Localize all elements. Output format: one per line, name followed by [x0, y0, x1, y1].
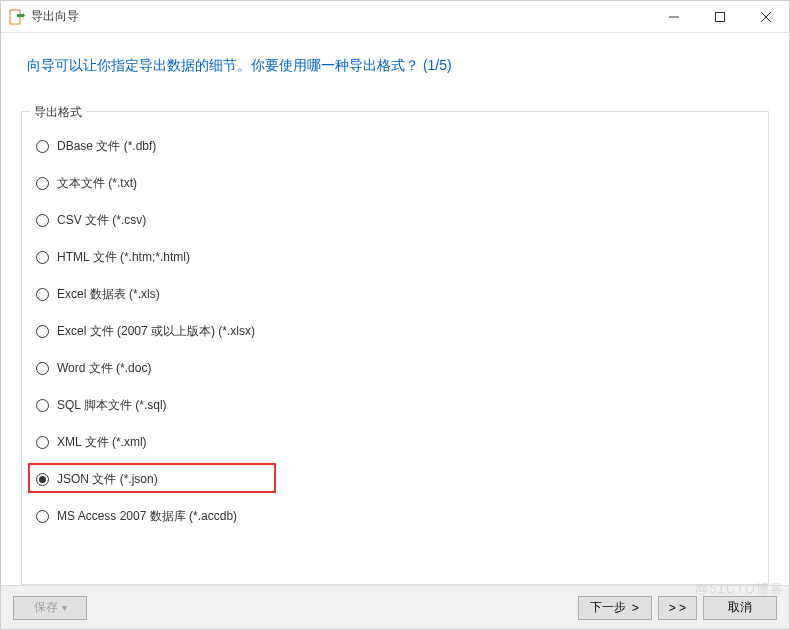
save-button-label: 保存 [34, 599, 58, 616]
export-icon [9, 9, 25, 25]
format-option-label: Excel 文件 (2007 或以上版本) (*.xlsx) [57, 323, 255, 340]
titlebar: 导出向导 [1, 1, 789, 33]
window-title: 导出向导 [31, 8, 651, 25]
save-button[interactable]: 保存 ▾ [13, 596, 87, 620]
skip-button-label: > > [669, 601, 686, 615]
format-radio-list: DBase 文件 (*.dbf)文本文件 (*.txt)CSV 文件 (*.cs… [34, 128, 756, 535]
radio-icon [36, 362, 49, 375]
format-option[interactable]: Excel 文件 (2007 或以上版本) (*.xlsx) [34, 313, 756, 350]
format-option[interactable]: XML 文件 (*.xml) [34, 424, 756, 461]
radio-icon [36, 399, 49, 412]
radio-icon [36, 140, 49, 153]
cancel-button[interactable]: 取消 [703, 596, 777, 620]
format-option[interactable]: HTML 文件 (*.htm;*.html) [34, 239, 756, 276]
export-format-group: 导出格式 DBase 文件 (*.dbf)文本文件 (*.txt)CSV 文件 … [21, 111, 769, 585]
format-option[interactable]: Excel 数据表 (*.xls) [34, 276, 756, 313]
format-option-label: Word 文件 (*.doc) [57, 360, 151, 377]
chevron-down-icon: ▾ [62, 602, 67, 613]
minimize-button[interactable] [651, 1, 697, 32]
radio-icon [36, 251, 49, 264]
chevron-right-icon: > [628, 601, 638, 615]
radio-icon [36, 436, 49, 449]
next-button-label: 下一步 [590, 599, 626, 616]
format-option[interactable]: Word 文件 (*.doc) [34, 350, 756, 387]
skip-button[interactable]: > > [658, 596, 697, 620]
radio-icon [36, 288, 49, 301]
export-wizard-window: 导出向导 向导可以让你指定导出数据的细节。你要使用哪一种导出格式？ (1/5) … [0, 0, 790, 630]
radio-icon [36, 510, 49, 523]
format-option-label: CSV 文件 (*.csv) [57, 212, 146, 229]
close-button[interactable] [743, 1, 789, 32]
group-legend: 导出格式 [30, 104, 86, 121]
format-option[interactable]: DBase 文件 (*.dbf) [34, 128, 756, 165]
footer-bar: 保存 ▾ 下一步 > > > 取消 [1, 585, 789, 629]
format-option-label: DBase 文件 (*.dbf) [57, 138, 156, 155]
format-option[interactable]: CSV 文件 (*.csv) [34, 202, 756, 239]
format-option[interactable]: SQL 脚本文件 (*.sql) [34, 387, 756, 424]
format-option-label: HTML 文件 (*.htm;*.html) [57, 249, 190, 266]
wizard-prompt: 向导可以让你指定导出数据的细节。你要使用哪一种导出格式？ (1/5) [1, 33, 789, 111]
window-controls [651, 1, 789, 32]
format-option[interactable]: MS Access 2007 数据库 (*.accdb) [34, 498, 756, 535]
format-option[interactable]: JSON 文件 (*.json) [34, 461, 756, 498]
radio-icon [36, 325, 49, 338]
radio-icon [36, 214, 49, 227]
next-button[interactable]: 下一步 > [578, 596, 652, 620]
svg-rect-2 [716, 12, 725, 21]
radio-icon [36, 473, 49, 486]
format-option-label: MS Access 2007 数据库 (*.accdb) [57, 508, 237, 525]
content-area: 向导可以让你指定导出数据的细节。你要使用哪一种导出格式？ (1/5) 导出格式 … [1, 33, 789, 585]
format-option-label: Excel 数据表 (*.xls) [57, 286, 160, 303]
format-option-label: 文本文件 (*.txt) [57, 175, 137, 192]
radio-icon [36, 177, 49, 190]
format-option-label: XML 文件 (*.xml) [57, 434, 147, 451]
cancel-button-label: 取消 [728, 599, 752, 616]
format-option[interactable]: 文本文件 (*.txt) [34, 165, 756, 202]
maximize-button[interactable] [697, 1, 743, 32]
format-option-label: SQL 脚本文件 (*.sql) [57, 397, 167, 414]
format-option-label: JSON 文件 (*.json) [57, 471, 158, 488]
